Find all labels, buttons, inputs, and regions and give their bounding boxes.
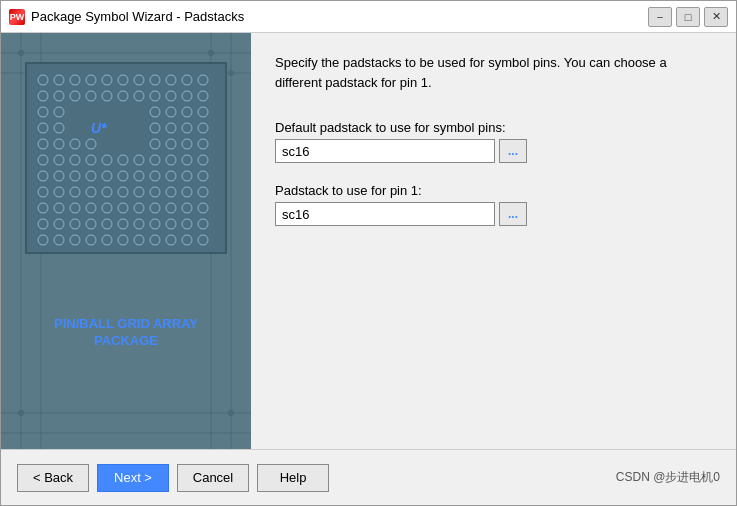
svg-point-100: [166, 203, 176, 213]
svg-point-38: [38, 107, 48, 117]
svg-point-80: [198, 171, 208, 181]
svg-point-103: [38, 219, 48, 229]
pin1-padstack-row: ...: [275, 202, 712, 226]
svg-point-9: [208, 50, 214, 56]
svg-point-122: [166, 235, 176, 245]
pin1-padstack-browse-button[interactable]: ...: [499, 202, 527, 226]
svg-point-114: [38, 235, 48, 245]
minimize-button[interactable]: −: [648, 7, 672, 27]
svg-point-116: [70, 235, 80, 245]
svg-point-31: [102, 91, 112, 101]
circuit-background: U*: [1, 33, 251, 449]
svg-point-71: [54, 171, 64, 181]
pin1-padstack-label: Padstack to use for pin 1:: [275, 183, 712, 198]
right-panel: Specify the padstacks to be used for sym…: [251, 33, 736, 449]
svg-point-99: [150, 203, 160, 213]
svg-point-51: [38, 139, 48, 149]
cancel-button[interactable]: Cancel: [177, 464, 249, 492]
svg-point-64: [118, 155, 128, 165]
svg-point-54: [86, 139, 96, 149]
svg-point-18: [70, 75, 80, 85]
svg-point-108: [118, 219, 128, 229]
left-panel: U*: [1, 33, 251, 449]
svg-point-76: [134, 171, 144, 181]
svg-point-118: [102, 235, 112, 245]
svg-point-44: [38, 123, 48, 133]
description-text: Specify the padstacks to be used for sym…: [275, 53, 712, 92]
svg-point-115: [54, 235, 64, 245]
svg-point-13: [18, 410, 24, 416]
svg-point-16: [38, 75, 48, 85]
svg-point-83: [70, 187, 80, 197]
pin1-padstack-input[interactable]: [275, 202, 495, 226]
title-bar-left: PW Package Symbol Wizard - Padstacks: [9, 9, 244, 25]
content-area: U*: [1, 33, 736, 449]
svg-point-88: [150, 187, 160, 197]
svg-point-62: [86, 155, 96, 165]
back-button[interactable]: < Back: [17, 464, 89, 492]
svg-point-89: [166, 187, 176, 197]
svg-point-86: [118, 187, 128, 197]
svg-point-57: [182, 139, 192, 149]
svg-point-52: [54, 139, 64, 149]
maximize-button[interactable]: □: [676, 7, 700, 27]
svg-point-98: [134, 203, 144, 213]
default-padstack-label: Default padstack to use for symbol pins:: [275, 120, 712, 135]
next-button[interactable]: Next >: [97, 464, 169, 492]
help-button[interactable]: Help: [257, 464, 329, 492]
svg-point-24: [166, 75, 176, 85]
title-bar: PW Package Symbol Wizard - Padstacks − □…: [1, 1, 736, 33]
svg-point-7: [18, 50, 24, 56]
svg-point-33: [134, 91, 144, 101]
svg-text:PIN/BALL GRID ARRAY: PIN/BALL GRID ARRAY: [54, 316, 198, 331]
svg-point-14: [228, 410, 234, 416]
svg-point-27: [38, 91, 48, 101]
svg-point-40: [150, 107, 160, 117]
main-window: PW Package Symbol Wizard - Padstacks − □…: [0, 0, 737, 506]
svg-point-26: [198, 75, 208, 85]
svg-point-91: [198, 187, 208, 197]
svg-point-60: [54, 155, 64, 165]
svg-point-43: [198, 107, 208, 117]
svg-point-92: [38, 203, 48, 213]
svg-point-49: [198, 123, 208, 133]
svg-point-102: [198, 203, 208, 213]
svg-point-58: [198, 139, 208, 149]
svg-point-73: [86, 171, 96, 181]
svg-point-94: [70, 203, 80, 213]
svg-point-110: [150, 219, 160, 229]
bottom-nav-buttons: < Back Next > Cancel Help: [17, 464, 329, 492]
default-padstack-row: ...: [275, 139, 712, 163]
default-padstack-input[interactable]: [275, 139, 495, 163]
svg-point-8: [38, 70, 44, 76]
svg-point-121: [150, 235, 160, 245]
svg-point-55: [150, 139, 160, 149]
svg-point-66: [150, 155, 160, 165]
svg-point-67: [166, 155, 176, 165]
watermark: CSDN @步进电机0: [616, 469, 720, 486]
svg-rect-15: [26, 63, 226, 253]
svg-point-84: [86, 187, 96, 197]
svg-rect-0: [1, 33, 251, 449]
svg-point-101: [182, 203, 192, 213]
svg-point-77: [150, 171, 160, 181]
svg-point-22: [134, 75, 144, 85]
default-padstack-group: Default padstack to use for symbol pins:…: [275, 120, 712, 163]
svg-point-47: [166, 123, 176, 133]
svg-point-109: [134, 219, 144, 229]
svg-point-82: [54, 187, 64, 197]
circuit-lines-svg: U*: [1, 33, 251, 449]
svg-point-123: [182, 235, 192, 245]
svg-point-124: [198, 235, 208, 245]
svg-point-45: [54, 123, 64, 133]
svg-point-97: [118, 203, 128, 213]
svg-point-20: [102, 75, 112, 85]
svg-point-21: [118, 75, 128, 85]
svg-point-75: [118, 171, 128, 181]
svg-point-35: [166, 91, 176, 101]
svg-point-107: [102, 219, 112, 229]
default-padstack-browse-button[interactable]: ...: [499, 139, 527, 163]
svg-point-93: [54, 203, 64, 213]
svg-point-96: [102, 203, 112, 213]
close-button[interactable]: ✕: [704, 7, 728, 27]
